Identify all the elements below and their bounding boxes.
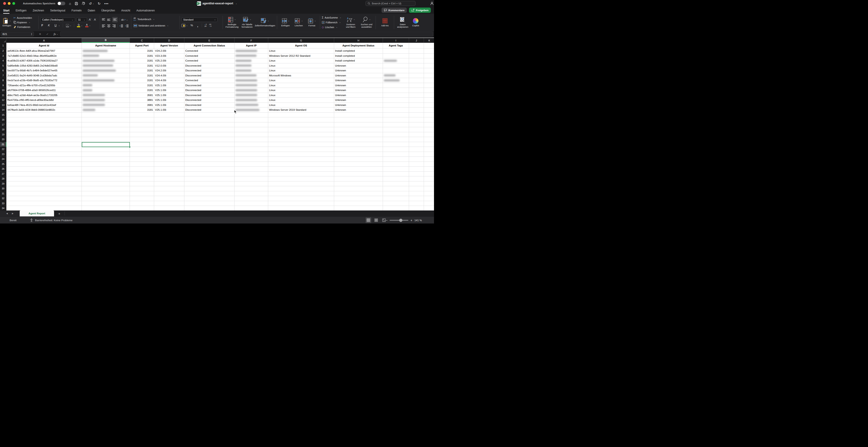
cell[interactable]: Agent Port [130, 43, 154, 48]
row-header-26[interactable]: 26 [0, 167, 6, 172]
accessibility-status[interactable]: Barrierefreiheit: Keine Probleme [30, 218, 72, 222]
underline-button[interactable]: U [54, 24, 58, 27]
cancel-entry-icon[interactable]: ✕ [39, 33, 41, 36]
align-left-icon[interactable] [102, 24, 105, 28]
column-header-K[interactable]: K [424, 38, 434, 43]
cell[interactable] [383, 98, 409, 103]
cell[interactable]: V24.2.00i [154, 48, 184, 54]
ribbon-tab-ansicht[interactable]: Ansicht [121, 9, 130, 14]
zoom-slider-thumb[interactable] [399, 219, 402, 222]
row-header-27[interactable]: 27 [0, 172, 6, 177]
cell[interactable] [235, 186, 268, 191]
cell[interactable]: Linux [268, 58, 334, 63]
cell[interactable] [130, 112, 154, 117]
cell[interactable]: Agent Deployment Status [334, 43, 383, 48]
cell[interactable] [184, 206, 235, 211]
cell[interactable] [130, 162, 154, 167]
cell[interactable]: Unknown [334, 73, 383, 78]
cell[interactable] [235, 142, 268, 147]
cell[interactable] [383, 78, 409, 83]
cell[interactable] [383, 123, 409, 128]
cell[interactable]: Unknown [334, 103, 383, 108]
cell[interactable] [82, 48, 130, 54]
row-header-34[interactable]: 34 [0, 206, 6, 211]
cell[interactable] [424, 98, 434, 103]
cell[interactable]: Disconnected [184, 107, 235, 112]
cell[interactable] [409, 48, 424, 54]
cell[interactable] [409, 93, 424, 98]
cell[interactable] [424, 191, 434, 196]
cell[interactable] [130, 181, 154, 186]
cell[interactable]: Agent Id [6, 43, 82, 48]
cell[interactable] [268, 206, 334, 211]
cell[interactable] [184, 137, 235, 142]
confirm-entry-icon[interactable]: ✓ [46, 33, 49, 36]
cell[interactable] [383, 93, 409, 98]
column-header-I[interactable]: I [383, 38, 409, 43]
zoom-slider[interactable] [390, 220, 408, 221]
row-header-14[interactable]: 14 [0, 107, 6, 112]
cell[interactable] [409, 78, 424, 83]
cell[interactable] [184, 186, 235, 191]
cell[interactable] [130, 152, 154, 157]
cell[interactable]: 3581 [130, 93, 154, 98]
cell[interactable] [383, 103, 409, 108]
cell[interactable]: Disconnected [184, 63, 235, 68]
cell[interactable]: 3881 [130, 98, 154, 103]
cell[interactable] [82, 103, 130, 108]
cell[interactable]: V23.3.00i [154, 54, 184, 59]
cell[interactable] [334, 196, 383, 201]
cell[interactable] [235, 107, 268, 112]
align-top-icon[interactable] [102, 18, 105, 21]
undo-icon[interactable]: ↺ [89, 2, 92, 5]
cell[interactable] [82, 206, 130, 211]
cell[interactable] [235, 54, 268, 59]
row-header-6[interactable]: 6 [0, 68, 6, 73]
ribbon-tab-formeln[interactable]: Formeln [71, 9, 82, 14]
cell[interactable] [424, 58, 434, 63]
cell[interactable] [6, 196, 82, 201]
increase-font-button[interactable]: A^ [88, 18, 92, 21]
align-middle-icon[interactable] [107, 18, 111, 21]
cell[interactable] [268, 186, 334, 191]
cell[interactable] [130, 172, 154, 177]
cell[interactable] [424, 172, 434, 177]
cell[interactable] [383, 112, 409, 117]
cell[interactable]: V12.0.00i [154, 63, 184, 68]
cell[interactable] [154, 167, 184, 172]
cell[interactable] [409, 196, 424, 201]
cell[interactable]: 3181 [130, 107, 154, 112]
cell[interactable] [424, 186, 434, 191]
cell[interactable] [6, 137, 82, 142]
cell[interactable] [383, 83, 409, 88]
cell[interactable] [235, 172, 268, 177]
cell[interactable] [82, 181, 130, 186]
cell[interactable] [82, 191, 130, 196]
row-header-33[interactable]: 33 [0, 201, 6, 206]
ribbon-tab-daten[interactable]: Daten [88, 9, 95, 14]
cell[interactable] [6, 112, 82, 117]
cell[interactable] [409, 63, 424, 68]
cell[interactable] [268, 201, 334, 206]
cell[interactable] [130, 201, 154, 206]
cell[interactable] [82, 88, 130, 93]
cell[interactable] [334, 132, 383, 137]
cell[interactable] [334, 127, 383, 132]
cell[interactable] [154, 132, 184, 137]
cell[interactable] [184, 191, 235, 196]
cell[interactable]: Agent Tags [383, 43, 409, 48]
cell[interactable] [268, 142, 334, 147]
cell[interactable]: 5ec6977a-66b8-4b7c-b484-0e8de027ee65 [6, 68, 82, 73]
cell[interactable]: Install completed [334, 48, 383, 54]
row-header-5[interactable]: 5 [0, 63, 6, 68]
cell[interactable] [424, 78, 434, 83]
cell[interactable]: 447ffae9-3a59-423f-9bb9-098801b4802c [6, 107, 82, 112]
cell[interactable] [184, 172, 235, 177]
cell[interactable] [268, 137, 334, 142]
account-icon[interactable] [430, 2, 434, 6]
cell[interactable] [154, 162, 184, 167]
cell[interactable] [130, 167, 154, 172]
cell[interactable]: 5a86e8db-105d-4283-8d65-2e24db036bd0 [6, 63, 82, 68]
cell[interactable]: Linux [268, 103, 334, 108]
copy-caret-icon[interactable]: ⌄ [29, 21, 30, 23]
